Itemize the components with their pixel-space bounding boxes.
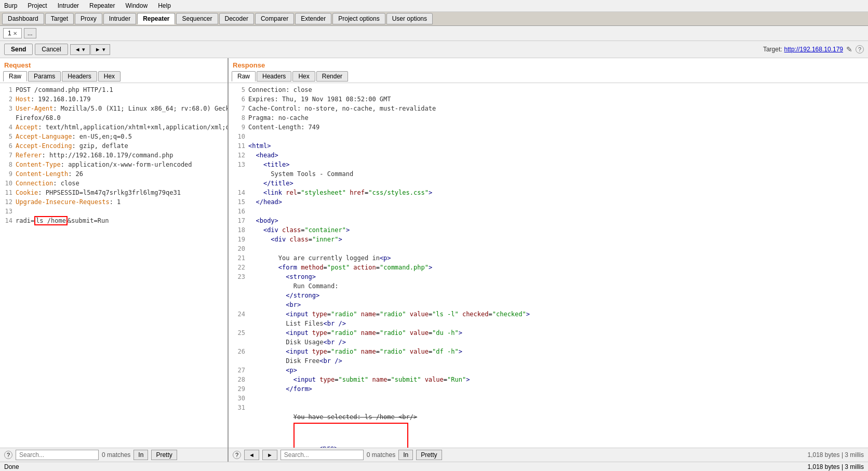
response-forward-button[interactable]: ► [262,450,277,460]
help-icon[interactable]: ? [856,45,864,53]
controls-bar: Send Cancel ◄ ▾ ► ▾ Target: http://192.1… [0,41,868,58]
response-bytes-info: 1,018 bytes | 3 millis [808,451,864,459]
tab-target[interactable]: Target [45,13,74,24]
response-content[interactable]: 5 Connection: close 6 Expires: Thu, 19 N… [229,83,868,448]
tab-proxy[interactable]: Proxy [75,13,102,24]
resp-line-16: 16 [229,207,868,216]
response-matches: 0 matches [367,451,395,459]
response-in-button[interactable]: In [398,450,413,460]
send-button[interactable]: Send [4,44,33,55]
code-line-4: 4 Accept: text/html,application/xhtml+xm… [0,123,228,132]
menu-bar: Burp Project Intruder Repeater Window He… [0,0,868,12]
response-tab-headers[interactable]: Headers [257,71,291,82]
response-help-icon[interactable]: ? [233,451,241,459]
resp-line-29: 29 </form> [229,384,868,394]
response-tab-hex[interactable]: Hex [292,71,315,82]
code-line-7: 7 Referer: http://192.168.10.179/command… [0,151,228,160]
code-line-5: 5 Accept-Language: en-US,en;q=0.5 [0,132,228,141]
code-line-9: 9 Content-Length: 26 [0,169,228,179]
resp-line-22: 22 <form method="post" action="command.p… [229,263,868,272]
response-search-input[interactable] [281,450,364,460]
request-content[interactable]: 1 POST /command.php HTTP/1.1 2 Host: 192… [0,83,228,448]
resp-line-11: 11 <html> [229,141,868,151]
session-tab-1[interactable]: 1 ✕ [3,28,22,38]
status-left: Done [4,463,19,470]
response-back-button[interactable]: ◄ [244,450,259,460]
request-search-input[interactable] [16,450,99,460]
status-bar: Done 1,018 bytes | 3 millis [0,462,868,471]
session-more-button[interactable]: ... [24,28,36,38]
target-label: Target: [763,46,782,53]
response-tab-render[interactable]: Render [316,71,348,82]
resp-line-23: 23 <strong> [229,272,868,281]
response-tabs: Raw Headers Hex Render [229,70,868,83]
resp-line-8: 8 Pragma: no-cache [229,113,868,123]
menu-project[interactable]: Project [25,1,49,10]
request-tab-hex[interactable]: Hex [98,71,121,82]
main-layout: Request Raw Params Headers Hex 1 POST /c… [0,58,868,462]
resp-line-24a: List Files<br /> [229,319,868,328]
resp-line-31: 31 You have selected: ls /home <br/> <pr… [229,403,868,448]
code-line-11: 11 Cookie: PHPSESSID=l5m47q7srlkg3frl6lm… [0,188,228,197]
target-info: Target: http://192.168.10.179 ✎ ? [763,44,864,55]
request-title: Request [0,58,228,70]
response-code: 5 Connection: close 6 Expires: Thu, 19 N… [229,83,868,448]
resp-line-18: 18 <div class="container"> [229,225,868,235]
cancel-button[interactable]: Cancel [35,44,68,55]
code-line-3: 3 User-Agent: Mozilla/5.0 (X11; Linux x8… [0,104,228,113]
resp-line-26a: Disk Free<br /> [229,356,868,366]
request-tab-params[interactable]: Params [28,71,61,82]
forward-button[interactable]: ► ▾ [90,44,110,55]
resp-line-14: 14 <link rel="stylesheet" href="css/styl… [229,188,868,197]
resp-line-24: 24 <input type="radio" name="radio" valu… [229,309,868,319]
back-button[interactable]: ◄ ▾ [70,44,90,55]
resp-line-15: 15 </head> [229,197,868,207]
code-line-13: 13 [0,207,228,216]
response-title: Response [229,58,868,70]
tab-extender[interactable]: Extender [295,13,331,24]
response-pretty-button[interactable]: Pretty [416,450,442,460]
code-line-8: 8 Content-Type: application/x-www-form-u… [0,160,228,169]
resp-line-5: 5 Connection: close [229,85,868,95]
request-code: 1 POST /command.php HTTP/1.1 2 Host: 192… [0,83,228,227]
tab-decoder[interactable]: Decoder [219,13,254,24]
resp-line-17: 17 <body> [229,216,868,225]
request-matches: 0 matches [102,451,130,459]
resp-line-12: 12 <head> [229,151,868,160]
response-tab-raw[interactable]: Raw [232,71,256,82]
tab-dashboard[interactable]: Dashboard [2,13,44,24]
tab-sequencer[interactable]: Sequencer [176,13,218,24]
request-tab-raw[interactable]: Raw [3,71,27,82]
status-right: 1,018 bytes | 3 millis [808,463,864,470]
tab-user-options[interactable]: User options [386,13,433,24]
request-help-icon[interactable]: ? [4,451,12,459]
tab-repeater[interactable]: Repeater [137,13,175,24]
session-close-icon[interactable]: ✕ [13,31,17,36]
resp-line-21: 21 You are currently logged in<p> [229,253,868,263]
resp-line-13b: </title> [229,179,868,188]
menu-burp[interactable]: Burp [2,1,19,10]
tab-comparer[interactable]: Comparer [255,13,294,24]
code-line-12: 12 Upgrade-Insecure-Requests: 1 [0,197,228,207]
request-pretty-button[interactable]: Pretty [151,450,177,460]
menu-intruder[interactable]: Intruder [56,1,81,10]
resp-line-28: 28 <input type="submit" name="submit" va… [229,375,868,384]
resp-line-23b: </strong> [229,291,868,300]
target-url[interactable]: http://192.168.10.179 [784,46,843,53]
session-bar: 1 ✕ ... [0,26,868,41]
menu-repeater[interactable]: Repeater [87,1,117,10]
tab-intruder[interactable]: Intruder [103,13,136,24]
tab-project-options[interactable]: Project options [332,13,385,24]
resp-line-7: 7 Cache-Control: no-store, no-cache, mus… [229,104,868,113]
resp-line-26: 26 <input type="radio" name="radio" valu… [229,347,868,356]
menu-help[interactable]: Help [156,1,173,10]
request-in-button[interactable]: In [133,450,148,460]
edit-icon[interactable]: ✎ [845,44,853,55]
menu-window[interactable]: Window [123,1,150,10]
resp-line-10: 10 [229,132,868,141]
request-panel: Request Raw Params Headers Hex 1 POST /c… [0,58,229,462]
code-line-1: 1 POST /command.php HTTP/1.1 [0,85,228,95]
request-tab-headers[interactable]: Headers [62,71,97,82]
code-line-14: 14 radi=ls /home&submit=Run [0,216,228,225]
resp-line-27: 27 <p> [229,366,868,375]
